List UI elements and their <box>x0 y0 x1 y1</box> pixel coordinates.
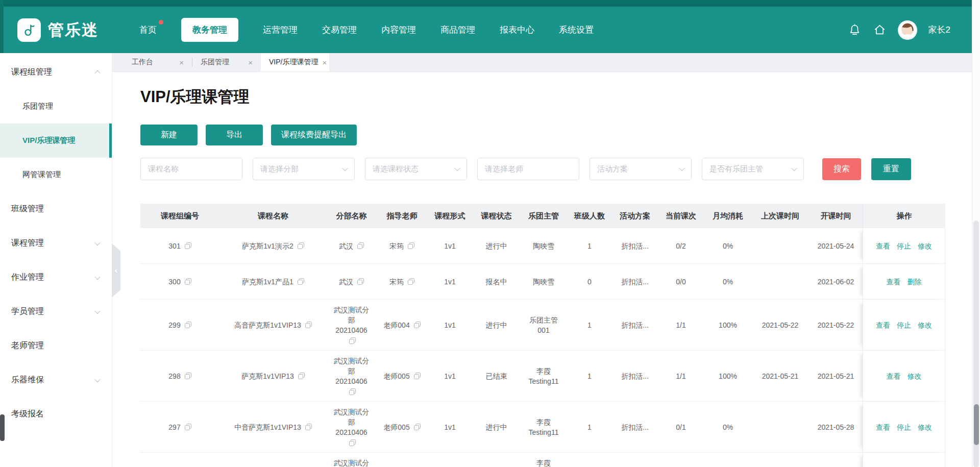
export-button[interactable]: 导出 <box>206 125 263 145</box>
action-link[interactable]: 停止 <box>897 422 911 432</box>
nav-item-3[interactable]: 运营管理 <box>263 18 298 42</box>
tab-label: 乐团管理 <box>201 58 229 67</box>
close-icon[interactable]: × <box>322 58 327 67</box>
bell-icon[interactable] <box>848 23 862 37</box>
reset-button[interactable]: 重置 <box>871 158 911 180</box>
scrollbar-thumb[interactable] <box>974 404 979 445</box>
cell-text: 2021-05-22 <box>762 320 799 330</box>
cell-class-size: 1 <box>567 228 612 263</box>
copy-icon[interactable] <box>408 242 414 249</box>
header-inner: 管乐迷 首页教务管理运营管理交易管理内容管理商品管理报表中心系统设置 <box>0 7 972 53</box>
create-button[interactable]: 新建 <box>140 125 198 145</box>
copy-icon[interactable] <box>349 439 356 446</box>
nav-item-label: 教务管理 <box>192 25 227 35</box>
sidebar-item-4[interactable]: 网管课管理 <box>0 158 112 192</box>
close-icon[interactable]: × <box>248 58 253 67</box>
copy-icon[interactable] <box>185 322 191 328</box>
table-header-row: 课程组编号课程名称分部名称指导老师课程形式课程状态乐团主管班级人数活动方案当前课… <box>140 204 945 228</box>
copy-icon[interactable] <box>305 424 312 430</box>
cell-form: 1v1 <box>428 351 472 401</box>
chevron-down-icon <box>679 165 684 171</box>
filter-select-2[interactable]: 请选择分部 <box>253 158 355 180</box>
cell-text: 陶映雪 <box>533 241 554 251</box>
nav-item-6[interactable]: 商品管理 <box>440 18 475 42</box>
sidebar-item-2[interactable]: 乐团管理 <box>0 89 112 124</box>
action-link[interactable]: 查看 <box>876 241 890 251</box>
cell-text: 老师005 <box>383 371 409 381</box>
close-icon[interactable]: × <box>179 58 184 67</box>
copy-icon[interactable] <box>349 337 356 344</box>
sidebar-item-1[interactable]: 课程组管理 <box>0 55 112 89</box>
sidebar-item-11[interactable]: 考级报名 <box>0 397 112 431</box>
filter-select-3[interactable]: 请选课程状态 <box>365 158 467 180</box>
sidebar-item-7[interactable]: 作业管理 <box>0 260 112 294</box>
home-icon[interactable] <box>873 23 887 37</box>
sidebar-item-9[interactable]: 老师管理 <box>0 329 112 363</box>
copy-icon[interactable] <box>185 278 191 285</box>
action-link[interactable]: 修改 <box>918 241 932 251</box>
copy-icon[interactable] <box>298 242 304 249</box>
copy-icon[interactable] <box>357 278 364 285</box>
filter-select-5[interactable]: 活动方案 <box>590 158 692 180</box>
nav-item-2[interactable]: 教务管理 <box>181 18 238 42</box>
tab-3[interactable]: VIP/乐理课管理× <box>261 53 329 71</box>
chevron-up-icon <box>94 70 100 76</box>
copy-icon[interactable] <box>357 242 364 249</box>
avatar[interactable] <box>898 20 917 40</box>
nav-item-4[interactable]: 交易管理 <box>322 18 357 42</box>
action-link[interactable]: 查看 <box>887 371 901 381</box>
tab-2[interactable]: 乐团管理× <box>192 53 261 71</box>
sidebar-item-3[interactable]: VIP/乐理课管理 <box>0 124 112 158</box>
nav-item-7[interactable]: 报表中心 <box>500 18 534 42</box>
copy-icon[interactable] <box>408 278 414 285</box>
cell-teacher: 老师005 <box>376 402 428 452</box>
action-link[interactable]: 修改 <box>918 422 932 432</box>
action-link[interactable]: 查看 <box>876 422 890 432</box>
nav-item-5[interactable]: 内容管理 <box>381 18 416 42</box>
sidebar-menu: 课程组管理乐团管理VIP/乐理课管理网管课管理班级管理课程管理作业管理学员管理老… <box>0 53 112 431</box>
cell-text: 0/0 <box>676 277 685 287</box>
sidebar-collapse-handle[interactable]: ‹ <box>112 243 120 298</box>
action-link[interactable]: 删除 <box>908 277 922 287</box>
sidebar-item-10[interactable]: 乐器维保 <box>0 363 112 397</box>
copy-icon[interactable] <box>414 322 421 328</box>
sidebar-item-5[interactable]: 班级管理 <box>0 192 112 226</box>
copy-icon[interactable] <box>185 373 191 379</box>
chevron-down-icon <box>94 376 100 382</box>
nav-item-8[interactable]: 系统设置 <box>559 18 594 42</box>
action-link[interactable]: 查看 <box>887 277 901 287</box>
copy-icon[interactable] <box>305 322 312 328</box>
nav-item-1[interactable]: 首页 <box>139 18 157 42</box>
copy-icon[interactable] <box>298 373 305 379</box>
cell-text: 2021-05-21 <box>818 371 854 381</box>
copy-icon[interactable] <box>414 424 421 430</box>
copy-icon[interactable] <box>298 278 304 285</box>
cell-code <box>140 453 219 467</box>
table-row-5: 297中音萨克斯1v1VIP13武汉测试分部20210406老师0051v1进行… <box>140 402 945 453</box>
copy-icon[interactable] <box>185 242 191 249</box>
top-nav: 首页教务管理运营管理交易管理内容管理商品管理报表中心系统设置 <box>139 18 594 42</box>
sidebar-item-8[interactable]: 学员管理 <box>0 294 112 329</box>
action-link[interactable]: 修改 <box>908 371 922 381</box>
tab-1[interactable]: 工作台× <box>124 53 192 71</box>
vertical-scrollbar[interactable] <box>972 0 980 467</box>
cell-text: 1 <box>587 241 592 251</box>
user-name[interactable]: 家长2 <box>928 24 950 36</box>
search-button[interactable]: 搜索 <box>822 158 861 180</box>
cell-text: 武汉 <box>339 241 353 251</box>
filter-select-6[interactable]: 是否有乐团主管 <box>702 158 804 180</box>
brand[interactable]: 管乐迷 <box>17 18 99 42</box>
renewal-reminder-export-button[interactable]: 课程续费提醒导出 <box>271 125 357 145</box>
copy-icon[interactable] <box>414 373 421 379</box>
filter-input-1[interactable]: 课程名称 <box>140 158 242 180</box>
action-link[interactable]: 查看 <box>876 320 890 330</box>
copy-icon[interactable] <box>349 388 356 395</box>
sidebar-scrollbar-thumb[interactable] <box>0 414 5 441</box>
action-link[interactable]: 停止 <box>897 241 911 251</box>
action-link[interactable]: 修改 <box>918 320 932 330</box>
action-link[interactable]: 停止 <box>897 320 911 330</box>
copy-icon[interactable] <box>185 424 191 430</box>
filter-input-4[interactable]: 请选择老师 <box>477 158 579 180</box>
sidebar-item-6[interactable]: 课程管理 <box>0 226 112 260</box>
cell-current: 0/1 <box>657 402 704 452</box>
